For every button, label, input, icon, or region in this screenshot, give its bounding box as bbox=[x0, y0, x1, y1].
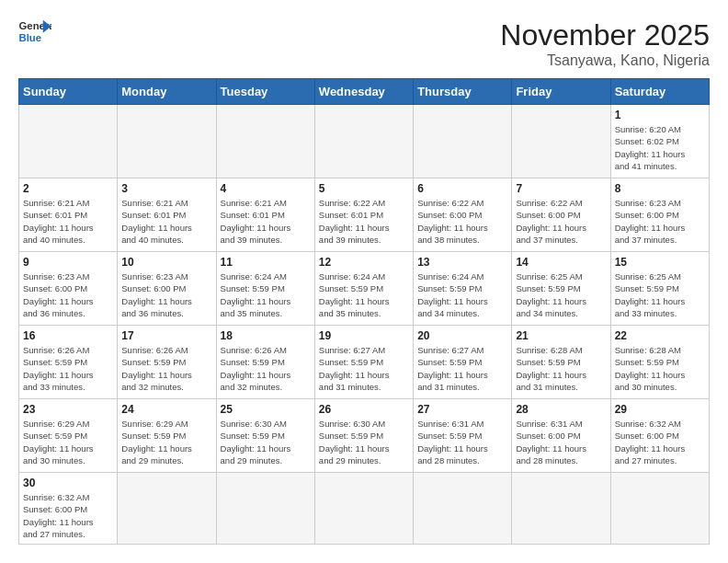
cell-info: Sunrise: 6:22 AM Sunset: 6:00 PM Dayligh… bbox=[516, 197, 606, 246]
day-number: 7 bbox=[516, 182, 606, 195]
day-number: 17 bbox=[121, 329, 211, 342]
day-number: 3 bbox=[121, 182, 211, 195]
day-number: 29 bbox=[615, 403, 705, 416]
calendar-cell: 12Sunrise: 6:24 AM Sunset: 5:59 PM Dayli… bbox=[314, 252, 413, 326]
calendar-cell: 25Sunrise: 6:30 AM Sunset: 5:59 PM Dayli… bbox=[216, 399, 314, 473]
cell-info: Sunrise: 6:28 AM Sunset: 5:59 PM Dayligh… bbox=[615, 344, 705, 393]
day-header-tuesday: Tuesday bbox=[216, 79, 314, 105]
cell-info: Sunrise: 6:29 AM Sunset: 5:59 PM Dayligh… bbox=[23, 418, 113, 466]
day-number: 25 bbox=[221, 403, 311, 416]
calendar-subtitle: Tsanyawa, Kano, Nigeria bbox=[500, 52, 710, 69]
calendar-cell: 5Sunrise: 6:22 AM Sunset: 6:01 PM Daylig… bbox=[314, 178, 413, 252]
day-number: 8 bbox=[615, 182, 705, 195]
svg-text:Blue: Blue bbox=[19, 32, 42, 43]
calendar-cell: 7Sunrise: 6:22 AM Sunset: 6:00 PM Daylig… bbox=[512, 178, 610, 252]
day-number: 18 bbox=[221, 329, 311, 342]
day-number: 23 bbox=[23, 403, 113, 416]
cell-info: Sunrise: 6:24 AM Sunset: 5:59 PM Dayligh… bbox=[221, 270, 311, 319]
calendar-cell: 15Sunrise: 6:25 AM Sunset: 5:59 PM Dayli… bbox=[610, 252, 709, 326]
calendar-cell bbox=[512, 473, 610, 545]
page-header: General Blue November 2025 Tsanyawa, Kan… bbox=[18, 18, 710, 69]
calendar-title: November 2025 bbox=[500, 18, 710, 52]
cell-info: Sunrise: 6:25 AM Sunset: 5:59 PM Dayligh… bbox=[615, 270, 705, 319]
calendar-cell bbox=[216, 105, 314, 178]
calendar-cell bbox=[512, 105, 610, 178]
cell-info: Sunrise: 6:23 AM Sunset: 6:00 PM Dayligh… bbox=[23, 270, 113, 319]
header-row: SundayMondayTuesdayWednesdayThursdayFrid… bbox=[19, 79, 710, 105]
day-number: 24 bbox=[121, 403, 211, 416]
calendar-cell bbox=[118, 473, 216, 545]
cell-info: Sunrise: 6:27 AM Sunset: 5:59 PM Dayligh… bbox=[319, 344, 409, 393]
calendar-cell: 30Sunrise: 6:32 AM Sunset: 6:00 PM Dayli… bbox=[19, 473, 118, 545]
cell-info: Sunrise: 6:32 AM Sunset: 6:00 PM Dayligh… bbox=[23, 491, 113, 540]
calendar-cell: 16Sunrise: 6:26 AM Sunset: 5:59 PM Dayli… bbox=[19, 326, 118, 399]
calendar-cell bbox=[314, 105, 413, 178]
cell-info: Sunrise: 6:21 AM Sunset: 6:01 PM Dayligh… bbox=[121, 197, 211, 246]
cell-info: Sunrise: 6:21 AM Sunset: 6:01 PM Dayligh… bbox=[23, 197, 113, 246]
calendar-cell: 17Sunrise: 6:26 AM Sunset: 5:59 PM Dayli… bbox=[118, 326, 216, 399]
cell-info: Sunrise: 6:26 AM Sunset: 5:59 PM Dayligh… bbox=[23, 344, 113, 393]
week-row-4: 16Sunrise: 6:26 AM Sunset: 5:59 PM Dayli… bbox=[19, 326, 710, 399]
day-number: 4 bbox=[221, 182, 311, 195]
calendar-cell: 27Sunrise: 6:31 AM Sunset: 5:59 PM Dayli… bbox=[414, 399, 512, 473]
cell-info: Sunrise: 6:26 AM Sunset: 5:59 PM Dayligh… bbox=[121, 344, 211, 393]
day-number: 20 bbox=[417, 329, 507, 342]
calendar-cell: 6Sunrise: 6:22 AM Sunset: 6:00 PM Daylig… bbox=[414, 178, 512, 252]
calendar-cell bbox=[19, 105, 118, 178]
day-number: 26 bbox=[319, 403, 409, 416]
cell-info: Sunrise: 6:23 AM Sunset: 6:00 PM Dayligh… bbox=[121, 270, 211, 319]
day-number: 5 bbox=[319, 182, 409, 195]
calendar-cell bbox=[610, 473, 709, 545]
logo: General Blue bbox=[18, 18, 51, 44]
week-row-3: 9Sunrise: 6:23 AM Sunset: 6:00 PM Daylig… bbox=[19, 252, 710, 326]
calendar-cell: 2Sunrise: 6:21 AM Sunset: 6:01 PM Daylig… bbox=[19, 178, 118, 252]
calendar-cell: 3Sunrise: 6:21 AM Sunset: 6:01 PM Daylig… bbox=[118, 178, 216, 252]
cell-info: Sunrise: 6:25 AM Sunset: 5:59 PM Dayligh… bbox=[516, 270, 606, 319]
calendar-cell: 28Sunrise: 6:31 AM Sunset: 6:00 PM Dayli… bbox=[512, 399, 610, 473]
cell-info: Sunrise: 6:24 AM Sunset: 5:59 PM Dayligh… bbox=[417, 270, 507, 319]
calendar-cell bbox=[314, 473, 413, 545]
cell-info: Sunrise: 6:26 AM Sunset: 5:59 PM Dayligh… bbox=[221, 344, 311, 393]
cell-info: Sunrise: 6:24 AM Sunset: 5:59 PM Dayligh… bbox=[319, 270, 409, 319]
cell-info: Sunrise: 6:20 AM Sunset: 6:02 PM Dayligh… bbox=[615, 123, 705, 172]
day-number: 9 bbox=[23, 256, 113, 269]
cell-info: Sunrise: 6:28 AM Sunset: 5:59 PM Dayligh… bbox=[516, 344, 606, 393]
day-header-monday: Monday bbox=[118, 79, 216, 105]
day-number: 15 bbox=[615, 256, 705, 269]
day-number: 21 bbox=[516, 329, 606, 342]
calendar-table: SundayMondayTuesdayWednesdayThursdayFrid… bbox=[18, 78, 710, 545]
day-number: 11 bbox=[221, 256, 311, 269]
calendar-cell: 23Sunrise: 6:29 AM Sunset: 5:59 PM Dayli… bbox=[19, 399, 118, 473]
day-number: 22 bbox=[615, 329, 705, 342]
calendar-cell: 13Sunrise: 6:24 AM Sunset: 5:59 PM Dayli… bbox=[414, 252, 512, 326]
calendar-cell: 9Sunrise: 6:23 AM Sunset: 6:00 PM Daylig… bbox=[19, 252, 118, 326]
day-number: 2 bbox=[23, 182, 113, 195]
day-number: 30 bbox=[23, 477, 113, 489]
calendar-cell: 11Sunrise: 6:24 AM Sunset: 5:59 PM Dayli… bbox=[216, 252, 314, 326]
day-number: 12 bbox=[319, 256, 409, 269]
cell-info: Sunrise: 6:21 AM Sunset: 6:01 PM Dayligh… bbox=[221, 197, 311, 246]
calendar-cell: 22Sunrise: 6:28 AM Sunset: 5:59 PM Dayli… bbox=[610, 326, 709, 399]
calendar-cell: 19Sunrise: 6:27 AM Sunset: 5:59 PM Dayli… bbox=[314, 326, 413, 399]
day-number: 1 bbox=[615, 109, 705, 121]
cell-info: Sunrise: 6:31 AM Sunset: 6:00 PM Dayligh… bbox=[516, 418, 606, 466]
week-row-2: 2Sunrise: 6:21 AM Sunset: 6:01 PM Daylig… bbox=[19, 178, 710, 252]
day-header-wednesday: Wednesday bbox=[314, 79, 413, 105]
calendar-cell bbox=[216, 473, 314, 545]
cell-info: Sunrise: 6:22 AM Sunset: 6:01 PM Dayligh… bbox=[319, 197, 409, 246]
title-section: November 2025 Tsanyawa, Kano, Nigeria bbox=[500, 18, 710, 69]
cell-info: Sunrise: 6:23 AM Sunset: 6:00 PM Dayligh… bbox=[615, 197, 705, 246]
calendar-cell bbox=[414, 105, 512, 178]
cell-info: Sunrise: 6:30 AM Sunset: 5:59 PM Dayligh… bbox=[319, 418, 409, 466]
week-row-6: 30Sunrise: 6:32 AM Sunset: 6:00 PM Dayli… bbox=[19, 473, 710, 545]
cell-info: Sunrise: 6:22 AM Sunset: 6:00 PM Dayligh… bbox=[417, 197, 507, 246]
day-number: 10 bbox=[121, 256, 211, 269]
calendar-cell: 24Sunrise: 6:29 AM Sunset: 5:59 PM Dayli… bbox=[118, 399, 216, 473]
calendar-cell: 20Sunrise: 6:27 AM Sunset: 5:59 PM Dayli… bbox=[414, 326, 512, 399]
day-number: 13 bbox=[417, 256, 507, 269]
cell-info: Sunrise: 6:27 AM Sunset: 5:59 PM Dayligh… bbox=[417, 344, 507, 393]
calendar-cell: 14Sunrise: 6:25 AM Sunset: 5:59 PM Dayli… bbox=[512, 252, 610, 326]
calendar-cell: 1Sunrise: 6:20 AM Sunset: 6:02 PM Daylig… bbox=[610, 105, 709, 178]
calendar-cell bbox=[118, 105, 216, 178]
day-number: 27 bbox=[417, 403, 507, 416]
